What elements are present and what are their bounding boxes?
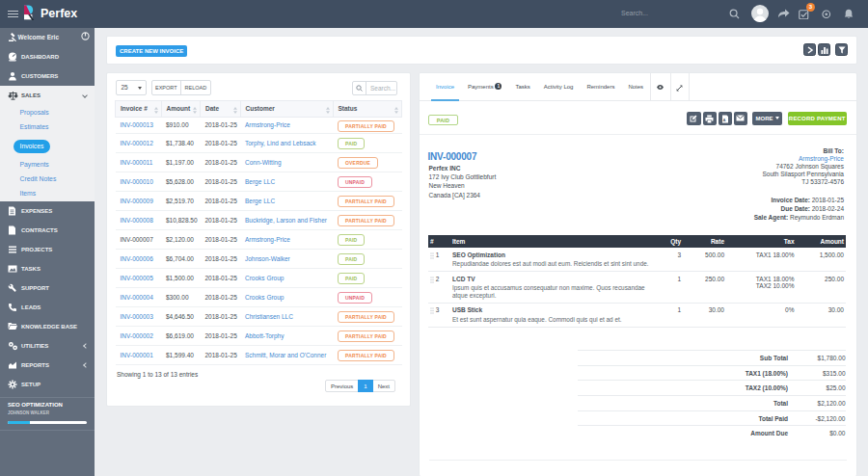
svg-text:A: A — [722, 118, 725, 122]
